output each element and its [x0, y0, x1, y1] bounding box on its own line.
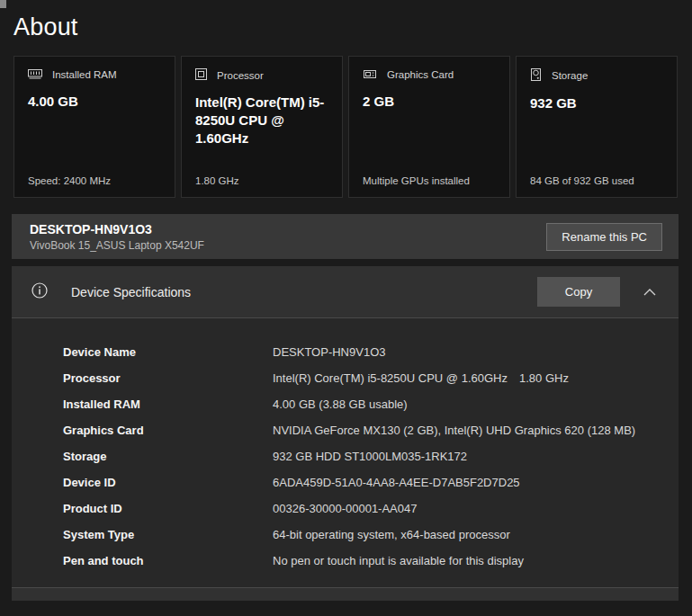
- card-processor-header: Processor: [195, 68, 328, 82]
- card-storage: Storage 932 GB 84 GB of 932 GB used: [516, 56, 678, 198]
- device-name-bar: DESKTOP-HN9V1O3 VivoBook 15_ASUS Laptop …: [12, 214, 679, 259]
- card-graphics-header: Graphics Card: [363, 68, 496, 81]
- summary-cards: Installed RAM 4.00 GB Speed: 2400 MHz Pr…: [13, 56, 678, 198]
- card-caption: 84 GB of 932 GB used: [530, 175, 663, 186]
- spec-row-product-id: Product ID 00326-30000-00001-AA047: [63, 500, 638, 517]
- card-label: Graphics Card: [387, 69, 454, 80]
- device-model: VivoBook 15_ASUS Laptop X542UF: [30, 239, 546, 252]
- device-specifications-panel: Device Specifications Copy Device Name D…: [12, 266, 679, 601]
- spec-value: No pen or touch input is available for t…: [273, 552, 638, 569]
- next-section-header[interactable]: [12, 588, 679, 601]
- card-caption: 1.80 GHz: [195, 175, 328, 186]
- gpu-icon: [363, 68, 377, 81]
- card-storage-header: Storage: [530, 68, 663, 83]
- card-label: Processor: [217, 70, 264, 81]
- spec-label: Device Name: [63, 344, 273, 361]
- card-installed-ram-header: Installed RAM: [28, 68, 161, 81]
- spec-label: Processor: [63, 370, 273, 387]
- spec-label: Product ID: [63, 500, 273, 517]
- card-caption: Speed: 2400 MHz: [28, 175, 161, 186]
- spec-value: 64-bit operating system, x64-based proce…: [273, 526, 638, 543]
- info-icon: [31, 282, 48, 302]
- rename-pc-button[interactable]: Rename this PC: [546, 223, 662, 251]
- spec-value: 00326-30000-00001-AA047: [273, 500, 638, 517]
- card-value: 4.00 GB: [28, 93, 161, 111]
- about-page: About Installed RAM 4.00 GB Speed:: [0, 0, 692, 601]
- chevron-up-icon[interactable]: [639, 284, 661, 300]
- spec-row-device-name: Device Name DESKTOP-HN9V1O3: [63, 344, 638, 361]
- spec-row-processor: Processor Intel(R) Core(TM) i5-8250U CPU…: [63, 370, 638, 387]
- panel-title: Device Specifications: [71, 285, 537, 299]
- card-installed-ram: Installed RAM 4.00 GB Speed: 2400 MHz: [13, 56, 175, 198]
- card-caption: Multiple GPUs installed: [363, 175, 496, 186]
- spec-row-pen-and-touch: Pen and touch No pen or touch input is a…: [63, 552, 638, 569]
- spec-value: Intel(R) Core(TM) i5-8250U CPU @ 1.60GHz…: [273, 370, 638, 387]
- spec-row-device-id: Device ID 6ADA459D-51A0-4AA8-A4EE-D7AB5F…: [63, 474, 638, 491]
- spec-value: DESKTOP-HN9V1O3: [273, 344, 638, 361]
- scrollbar-fragment: [0, 0, 6, 8]
- spec-label: Pen and touch: [63, 552, 273, 569]
- card-graphics: Graphics Card 2 GB Multiple GPUs install…: [348, 56, 510, 198]
- spec-label: Storage: [63, 448, 273, 465]
- spec-label: Graphics Card: [63, 422, 273, 439]
- spec-value: 6ADA459D-51A0-4AA8-A4EE-D7AB5F2D7D25: [273, 474, 638, 491]
- device-specifications-header[interactable]: Device Specifications Copy: [12, 266, 679, 317]
- spec-value: NVIDIA GeForce MX130 (2 GB), Intel(R) UH…: [273, 422, 638, 439]
- ram-icon: [28, 68, 42, 81]
- spec-row-graphics-card: Graphics Card NVIDIA GeForce MX130 (2 GB…: [63, 422, 638, 439]
- card-value: 932 GB: [530, 94, 663, 112]
- device-names: DESKTOP-HN9V1O3 VivoBook 15_ASUS Laptop …: [30, 222, 546, 252]
- card-value: 2 GB: [363, 93, 496, 111]
- page-title: About: [12, 0, 679, 42]
- spec-row-system-type: System Type 64-bit operating system, x64…: [63, 526, 638, 543]
- copy-button[interactable]: Copy: [537, 277, 620, 307]
- card-label: Installed RAM: [52, 69, 117, 80]
- spec-label: Device ID: [63, 474, 273, 491]
- spec-row-installed-ram: Installed RAM 4.00 GB (3.88 GB usable): [63, 396, 638, 413]
- spec-value: 4.00 GB (3.88 GB usable): [273, 396, 638, 413]
- storage-icon: [530, 68, 542, 83]
- device-name: DESKTOP-HN9V1O3: [30, 222, 546, 237]
- cpu-icon: [195, 68, 207, 82]
- spec-label: System Type: [63, 526, 273, 543]
- spec-value: 932 GB HDD ST1000LM035-1RK172: [273, 448, 638, 465]
- spec-label: Installed RAM: [63, 396, 273, 413]
- spec-list: Device Name DESKTOP-HN9V1O3 Processor In…: [12, 318, 679, 587]
- card-label: Storage: [552, 70, 588, 81]
- card-value: Intel(R) Core(TM) i5-8250U CPU @ 1.60GHz: [195, 94, 328, 147]
- card-processor: Processor Intel(R) Core(TM) i5-8250U CPU…: [181, 56, 343, 198]
- spec-row-storage: Storage 932 GB HDD ST1000LM035-1RK172: [63, 448, 638, 465]
